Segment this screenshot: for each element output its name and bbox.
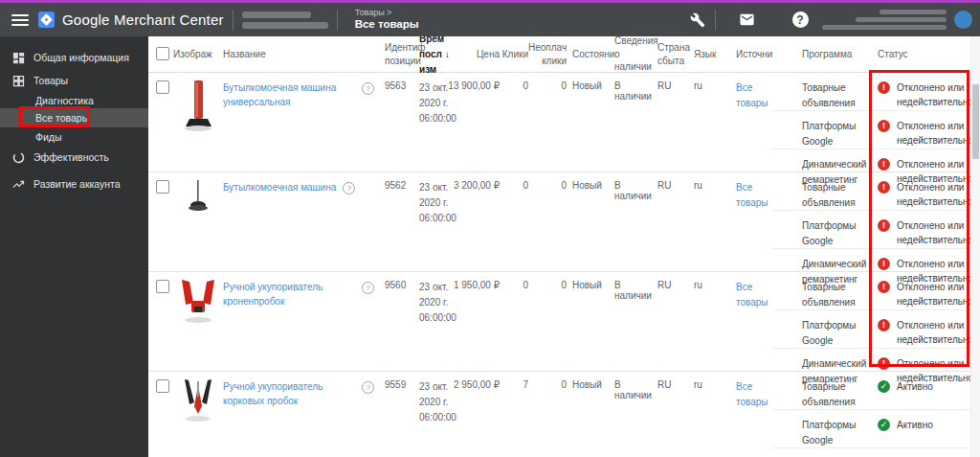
column-header-modified[interactable]: Врем посл ↓изм [419,32,448,78]
table-header-row: Изображ Название Идентиф позиции Врем по… [148,36,980,73]
state: Новый [567,372,609,457]
price: 13 900,00 ₽ [448,73,500,171]
price: 2 950,00 ₽ [448,372,500,457]
error-status-icon: ! [878,81,890,94]
availability: В наличии [609,73,656,171]
tools-wrench-icon[interactable] [689,11,706,29]
window-accent-bar [0,0,980,3]
product-id: 9560 [385,272,419,371]
product-link[interactable]: Ручной укупориватель кроненпробок [223,280,355,308]
sidebar-item-growth[interactable]: Развитие аккаунта [0,174,148,194]
merchant-center-window: Google Merchant Center Товары > Все това… [0,0,980,457]
country: RU [656,73,692,171]
unpaid-clicks: 0 [528,172,567,271]
column-header-country[interactable]: Страна сбыта [656,41,692,67]
country: RU [656,272,692,371]
clicks: 0 [500,272,528,371]
column-header-availability[interactable]: Сведения о наличии [609,34,656,74]
row-checkbox[interactable] [156,180,169,194]
account-name-redacted[interactable] [242,11,328,29]
active-status-icon: ✓ [878,419,890,431]
product-link[interactable]: Бутылкомоечная машина универсальная [223,80,355,109]
column-header-name[interactable]: Название [223,49,385,59]
error-status-icon: ! [878,158,890,171]
table-row: Бутылкомоечная машина? 9562 23 окт. 2020… [148,172,980,272]
breadcrumb-page: Все товары [355,18,419,32]
scrollbar-track[interactable] [970,36,980,457]
column-header-price[interactable]: Цена [448,49,500,59]
help-icon[interactable]: ? [362,381,374,394]
select-all-checkbox[interactable] [156,47,169,60]
products-table: Изображ Название Идентиф позиции Врем по… [148,36,980,457]
product-link[interactable]: Ручной укупориватель корковых пробок [223,379,355,408]
row-checkbox[interactable] [156,379,169,393]
program-name: Товарные объявления [772,172,878,210]
program-name: Платформы Google [772,410,878,447]
column-header-id[interactable]: Идентиф позиции [385,41,419,67]
language: ru [692,73,736,171]
column-header-clicks[interactable]: Клики [500,49,528,59]
status-text: Отклонено или недействительно [897,218,975,247]
status-text: Отклонено или недействительно [897,119,975,148]
sidebar-item-label: Все товары [35,112,89,124]
column-header-source[interactable]: Источни [736,49,772,59]
source-link[interactable]: Все товары [736,282,768,308]
state: Новый [567,172,609,271]
status-text: Активно [897,418,933,432]
source-link[interactable]: Все товары [736,381,768,407]
sidebar-item-feeds[interactable]: Фиды [0,127,184,147]
breadcrumb-section[interactable]: Товары > [355,8,419,18]
divider [337,10,338,31]
unpaid-clicks: 0 [528,272,567,371]
clicks: 0 [500,172,528,271]
column-header-language[interactable]: Язык [692,49,736,59]
table-row: Ручной укупориватель кроненпробок? 9560 … [148,272,980,372]
help-icon[interactable]: ? [343,182,355,194]
avatar[interactable] [954,11,972,29]
column-header-unpaid-clicks[interactable]: Неоплач клики [528,41,567,67]
help-icon[interactable]: ? [791,11,809,29]
row-checkbox[interactable] [156,280,169,293]
program-name: Товарные объявления [772,372,878,409]
sidebar-item-label: Товары [33,75,68,86]
help-icon[interactable]: ? [362,282,374,294]
program-name: Товарные объявления [772,73,878,110]
product-id: 9563 [385,73,419,171]
sidebar-item-performance[interactable]: Эффективность [0,148,148,167]
program-name: Платформы Google [772,111,878,149]
mail-icon[interactable] [738,11,755,29]
sidebar-item-products[interactable]: Товары [0,71,148,90]
error-status-icon: ! [878,120,890,132]
column-header-status[interactable]: Статус [878,49,980,59]
column-header-state[interactable]: Состояни [567,49,609,59]
program-name: Платформы Google [772,211,878,248]
source-link[interactable]: Все товары [736,182,768,208]
sidebar-item-label: Общая информация [33,52,129,63]
scrollbar-thumb[interactable] [972,84,979,159]
menu-icon[interactable] [11,14,29,26]
active-status-icon: ✓ [878,380,890,393]
availability: В наличии [609,272,656,371]
source-link[interactable]: Все товары [736,82,768,108]
product-image [173,372,223,457]
topbar: Google Merchant Center Товары > Все това… [0,3,980,36]
column-header-program[interactable]: Программа [772,49,878,59]
error-status-icon: ! [878,281,890,293]
price: 3 200,00 ₽ [448,172,500,271]
sidebar-item-diagnostics[interactable]: Диагностика [0,91,184,110]
availability: В наличии [609,372,656,457]
program-name: Товарные объявления [772,272,878,309]
language: ru [692,272,736,371]
account-info-redacted [822,10,947,30]
help-icon[interactable]: ? [362,82,374,95]
country: RU [656,172,692,271]
status-text: Отклонено или недействительно [897,80,975,109]
sidebar-item-overview[interactable]: Общая информация [0,48,148,67]
availability: В наличии [609,172,656,271]
product-link[interactable]: Бутылкомоечная машина [223,180,336,194]
program-name: Динамический ремаркетинг [772,448,878,457]
product-id: 9559 [385,372,419,457]
column-header-image[interactable]: Изображ [173,49,223,59]
sidebar-item-all-products[interactable]: Все товары [0,108,184,127]
brand-title: Google Merchant Center [62,11,224,28]
